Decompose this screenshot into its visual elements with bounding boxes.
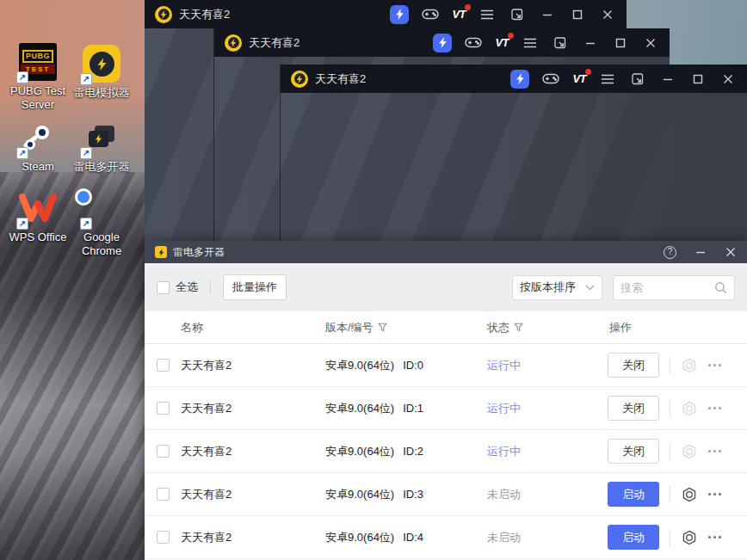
header-status: 状态: [487, 320, 509, 335]
status-text: 运行中: [487, 359, 521, 372]
shortcut-arrow-icon: ↗: [16, 218, 28, 230]
row-checkbox[interactable]: [157, 531, 170, 544]
instance-id: ID:1: [403, 402, 423, 415]
instance-id: ID:4: [403, 531, 423, 544]
more-options-icon[interactable]: [708, 407, 721, 409]
search-box[interactable]: [613, 275, 735, 300]
table-header: 名称 版本/编号 状态 操作: [145, 311, 747, 344]
ldplayer-logo-icon: [155, 6, 172, 23]
minimize-button[interactable]: [659, 71, 676, 88]
row-checkbox[interactable]: [157, 359, 170, 372]
header-version: 版本/编号: [325, 320, 374, 335]
popout-icon[interactable]: [552, 34, 569, 52]
maximize-button[interactable]: [569, 6, 586, 23]
chevron-down-icon: [585, 285, 595, 291]
close-button[interactable]: [725, 246, 737, 258]
more-options-icon[interactable]: [708, 450, 721, 452]
action-button[interactable]: 关闭: [608, 439, 659, 464]
divider: [670, 400, 670, 417]
status-text: 运行中: [487, 445, 521, 458]
divider: [670, 443, 670, 460]
status-text: 未启动: [487, 531, 521, 544]
boost-icon[interactable]: [390, 5, 409, 24]
close-button[interactable]: [719, 71, 737, 88]
boost-icon[interactable]: [433, 34, 452, 52]
search-icon: [714, 281, 727, 294]
batch-operations-button[interactable]: 批量操作: [223, 274, 287, 300]
window-title: 天天有喜2: [249, 35, 299, 51]
instance-version: 安卓9.0(64位): [325, 445, 394, 458]
instance-name: 天天有喜2: [181, 358, 325, 373]
desktop-icon-ld-multi[interactable]: ↗ 雷电多开器: [65, 119, 138, 174]
desktop-icon-ld-emulator[interactable]: ↗ 雷电模拟器: [65, 45, 138, 100]
icon-label: 雷电多开器: [74, 160, 130, 174]
status-text: 运行中: [487, 402, 521, 415]
maximize-button[interactable]: [612, 34, 629, 52]
vt-indicator[interactable]: VT: [572, 72, 586, 85]
divider: [210, 280, 211, 294]
divider: [670, 486, 670, 503]
settings-gear-icon[interactable]: [682, 444, 697, 459]
instance-name: 天天有喜2: [181, 530, 325, 545]
settings-gear-icon[interactable]: [682, 358, 697, 373]
action-button[interactable]: 启动: [608, 482, 659, 507]
icon-label: Google Chrome: [65, 231, 138, 257]
shortcut-arrow-icon: ↗: [80, 218, 92, 230]
desktop-icon-pubg-test[interactable]: PUBG TEST ↗ PUBG Test Server: [2, 43, 74, 111]
sort-dropdown[interactable]: 按版本排序: [512, 275, 602, 300]
instance-list: 天天有喜2 安卓9.0(64位)ID:0 运行中 关闭 天天有喜2 安卓9.: [145, 344, 747, 560]
more-options-icon[interactable]: [708, 493, 721, 495]
menu-icon[interactable]: [599, 71, 616, 88]
instance-name: 天天有喜2: [181, 401, 325, 416]
notification-dot-icon: [508, 33, 514, 39]
ld-multiopener-icon: ↗: [83, 119, 120, 157]
minimize-button[interactable]: [582, 34, 599, 52]
popout-icon[interactable]: [509, 6, 526, 23]
action-button[interactable]: 关闭: [608, 353, 659, 378]
search-input[interactable]: [620, 281, 714, 294]
vt-indicator[interactable]: VT: [495, 36, 509, 49]
divider: [670, 357, 670, 374]
row-checkbox[interactable]: [157, 402, 170, 415]
menu-icon[interactable]: [522, 34, 539, 52]
desktop-icon-chrome[interactable]: ↗ Google Chrome: [65, 189, 138, 257]
close-button[interactable]: [599, 6, 616, 23]
manager-titlebar[interactable]: 雷电多开器 ?: [145, 241, 747, 263]
filter-funnel-icon[interactable]: [378, 323, 387, 332]
settings-gear-icon[interactable]: [682, 530, 697, 545]
header-action: 操作: [609, 320, 632, 335]
divider: [670, 529, 670, 546]
action-button[interactable]: 关闭: [608, 396, 659, 421]
close-button[interactable]: [642, 34, 659, 52]
more-options-icon[interactable]: [708, 536, 721, 538]
action-button[interactable]: 启动: [608, 525, 659, 550]
row-checkbox[interactable]: [157, 488, 170, 501]
filter-funnel-icon[interactable]: [514, 323, 523, 332]
maximize-button[interactable]: [689, 71, 707, 88]
status-text: 未启动: [487, 488, 521, 501]
menu-icon[interactable]: [478, 6, 496, 23]
window-title: 天天有喜2: [179, 7, 230, 22]
minimize-button[interactable]: [539, 6, 556, 23]
table-row: 天天有喜2 安卓9.0(64位)ID:3 未启动 启动: [145, 473, 747, 516]
popout-icon[interactable]: [629, 71, 646, 88]
ldplayer-icon: ↗: [83, 45, 120, 83]
gamepad-icon[interactable]: [542, 71, 559, 88]
shortcut-arrow-icon: ↗: [16, 71, 28, 83]
more-options-icon[interactable]: [708, 364, 721, 366]
desktop-icon-wps[interactable]: ↗ WPS Office: [2, 189, 74, 244]
wps-icon: ↗: [19, 189, 57, 227]
settings-gear-icon[interactable]: [682, 487, 697, 502]
boost-icon[interactable]: [510, 70, 529, 89]
desktop-icon-steam[interactable]: ↗ Steam: [2, 119, 74, 174]
vt-indicator[interactable]: VT: [452, 8, 466, 21]
ldplayer-logo-icon: [291, 71, 308, 88]
chrome-icon: ↗: [83, 189, 120, 227]
help-icon[interactable]: ?: [664, 246, 676, 259]
settings-gear-icon[interactable]: [682, 401, 697, 416]
gamepad-icon[interactable]: [465, 34, 482, 52]
minimize-button[interactable]: [695, 246, 707, 258]
gamepad-icon[interactable]: [422, 6, 439, 23]
row-checkbox[interactable]: [157, 445, 170, 458]
select-all-checkbox[interactable]: [157, 281, 170, 294]
